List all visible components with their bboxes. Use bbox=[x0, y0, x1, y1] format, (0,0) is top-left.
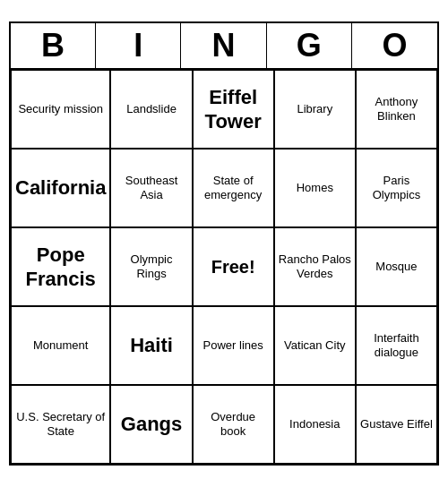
header-n: N bbox=[181, 23, 266, 68]
bingo-cell[interactable]: Paris Olympics bbox=[356, 149, 437, 227]
bingo-cell[interactable]: Mosque bbox=[356, 227, 437, 306]
bingo-card: B I N G O Security missionLandslideEiffe… bbox=[9, 21, 439, 466]
bingo-cell[interactable]: Gangs bbox=[110, 385, 192, 464]
bingo-cell[interactable]: Gustave Eiffel bbox=[356, 385, 437, 464]
bingo-cell[interactable]: Security mission bbox=[11, 70, 110, 149]
bingo-cell[interactable]: Library bbox=[274, 70, 356, 149]
bingo-cell[interactable]: Landslide bbox=[110, 70, 192, 149]
bingo-cell[interactable]: U.S. Secretary of State bbox=[11, 385, 110, 464]
bingo-cell[interactable]: Power lines bbox=[193, 306, 274, 385]
bingo-cell[interactable]: Homes bbox=[274, 149, 356, 227]
bingo-cell[interactable]: Eiffel Tower bbox=[193, 70, 274, 149]
bingo-cell[interactable]: Free! bbox=[193, 227, 274, 306]
header-i: I bbox=[96, 23, 181, 68]
bingo-cell[interactable]: Vatican City bbox=[274, 306, 356, 385]
bingo-cell[interactable]: State of emergency bbox=[193, 149, 274, 227]
bingo-cell[interactable]: Interfaith dialogue bbox=[356, 306, 437, 385]
bingo-cell[interactable]: Pope Francis bbox=[11, 227, 110, 306]
header-g: G bbox=[267, 23, 352, 68]
header-b: B bbox=[11, 23, 96, 68]
bingo-cell[interactable]: Haiti bbox=[110, 306, 192, 385]
bingo-cell[interactable]: Olympic Rings bbox=[110, 227, 192, 306]
bingo-cell[interactable]: Indonesia bbox=[274, 385, 356, 464]
bingo-grid: Security missionLandslideEiffel TowerLib… bbox=[11, 70, 437, 464]
header-o: O bbox=[352, 23, 437, 68]
bingo-cell[interactable]: Monument bbox=[11, 306, 110, 385]
bingo-header: B I N G O bbox=[11, 23, 437, 70]
bingo-cell[interactable]: Southeast Asia bbox=[110, 149, 192, 227]
bingo-cell[interactable]: Overdue book bbox=[193, 385, 274, 464]
bingo-cell[interactable]: Anthony Blinken bbox=[356, 70, 437, 149]
bingo-cell[interactable]: Rancho Palos Verdes bbox=[274, 227, 356, 306]
bingo-cell[interactable]: California bbox=[11, 149, 110, 227]
